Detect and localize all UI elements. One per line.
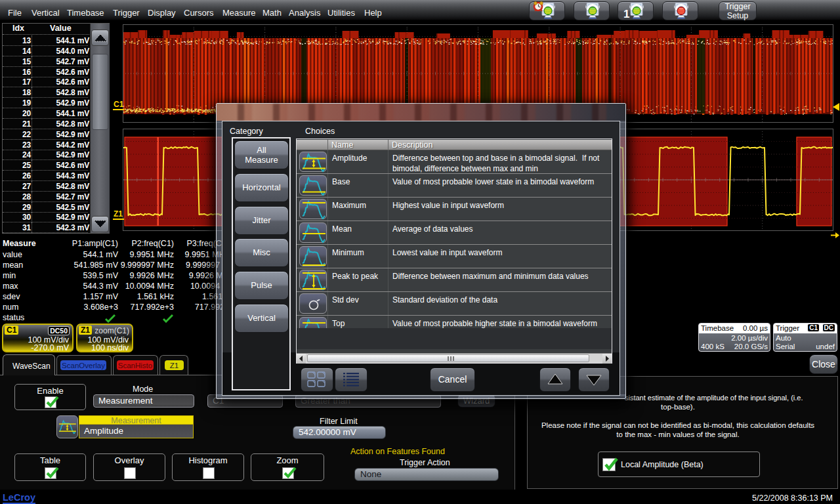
svg-text:1: 1 [623,8,629,20]
